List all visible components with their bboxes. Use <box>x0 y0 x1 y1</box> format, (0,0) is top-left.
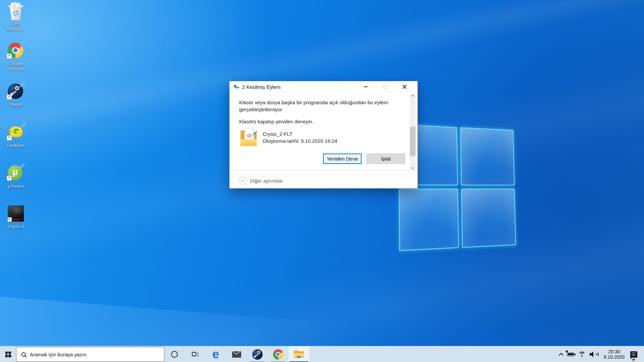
desktop-icon-label: DuckDns <box>0 143 32 148</box>
retry-button[interactable]: Yeniden Dene <box>323 154 362 164</box>
search-icon <box>21 352 26 357</box>
file-name: Crysis_2-FLT <box>263 131 292 137</box>
clock-date: 9.10.2020 <box>602 354 626 360</box>
desktop-icon-label: Steam <box>0 102 32 107</box>
wifi-icon[interactable] <box>578 352 586 357</box>
edge-icon: e <box>212 349 219 360</box>
chevron-down-icon <box>411 166 415 169</box>
cortana-icon <box>171 351 178 358</box>
desktop-icon-duckdns[interactable]: DuckDns <box>0 123 32 148</box>
windows-start-icon <box>5 352 11 357</box>
dialog-footer: Diğer ayrıntılar <box>229 171 418 188</box>
start-button[interactable] <box>0 346 16 362</box>
chrome-icon <box>8 43 24 60</box>
shortcut-arrow-icon <box>8 217 12 222</box>
scroll-up-button[interactable] <box>410 93 416 99</box>
compressed-icon <box>17 163 25 171</box>
more-details-link[interactable]: Diğer ayrıntılar <box>250 178 283 184</box>
maximize-icon <box>383 85 387 88</box>
battery-charging-icon[interactable] <box>567 353 574 356</box>
desktop-icon-label: µTorrent <box>0 184 32 189</box>
maximize-button[interactable] <box>375 81 395 93</box>
desktop-icon-utorrent[interactable]: µTorrent <box>0 164 32 189</box>
wallpaper-light-beam <box>0 175 644 362</box>
compressed-icon <box>18 41 26 49</box>
recycle-bin-icon <box>8 3 24 20</box>
scrollbar-thumb[interactable] <box>410 127 416 156</box>
expand-details-button[interactable] <box>239 177 247 185</box>
duckdns-icon <box>8 124 24 142</box>
chevron-down-icon <box>241 179 245 182</box>
desktop-wallpaper: GeriDönüşü... GoogleChrome Steam <box>0 0 644 362</box>
chrome-icon <box>273 349 283 360</box>
desktop-icon-recycle-bin[interactable]: GeriDönüşü... <box>0 3 32 32</box>
shortcut-arrow-icon <box>7 176 12 181</box>
scroll-down-button[interactable] <box>410 165 416 170</box>
steam-icon <box>252 349 263 360</box>
minimize-icon <box>364 86 368 87</box>
file-operation-dialog: 2 Kesilmiş Eylem Klasör veya dosya başka… <box>229 81 418 188</box>
close-icon <box>402 84 407 89</box>
taskbar-app-file-explorer[interactable] <box>288 346 309 362</box>
system-tray: 20:30 9.10.2020 2 <box>557 346 644 362</box>
windows-logo-pane <box>399 189 459 251</box>
dialog-scrollbar[interactable] <box>410 93 416 170</box>
windows-logo-pane <box>460 127 515 185</box>
hidden-icons-chevron[interactable] <box>559 353 564 358</box>
desktop-icon-label: GeriDönüşü... <box>0 21 32 32</box>
task-view-button[interactable] <box>185 346 205 362</box>
clock-time: 20:30 <box>602 349 626 354</box>
steam-icon <box>8 83 24 101</box>
task-view-icon <box>192 351 199 357</box>
dialog-message-secondary: Klasörü kapatıp yeniden deneyin. <box>239 119 314 124</box>
file-created-date: Oluşturma tarihi: 9.10.2020 16:24 <box>263 138 337 144</box>
folder-icon <box>240 127 258 147</box>
taskbar-search-box[interactable] <box>16 347 164 362</box>
shortcut-arrow-icon <box>7 95 12 100</box>
taskbar-clock[interactable]: 20:30 9.10.2020 <box>602 349 626 360</box>
compressed-icon <box>251 130 258 137</box>
dialog-message-primary: Klasör veya dosya başka bir programda aç… <box>239 99 400 113</box>
shortcut-arrow-icon <box>7 135 12 140</box>
chevron-up-icon <box>411 95 415 98</box>
dialog-titlebar[interactable]: 2 Kesilmiş Eylem <box>229 81 418 93</box>
taskbar-app-mail[interactable] <box>226 346 247 362</box>
cancel-button[interactable]: İptal <box>367 154 405 164</box>
taskbar-app-steam[interactable] <box>247 346 268 362</box>
taskbar-app-chrome[interactable] <box>268 346 288 362</box>
search-input[interactable] <box>30 352 157 357</box>
file-explorer-icon <box>294 350 304 358</box>
minimize-button[interactable] <box>356 81 375 93</box>
desktop-icon-google-chrome[interactable]: GoogleChrome <box>0 42 32 72</box>
desktop-icon-steam[interactable]: Steam <box>0 82 32 107</box>
desktop-icon-label: GoogleChrome <box>0 61 32 72</box>
taskbar-app-edge[interactable]: e <box>205 346 226 362</box>
taskbar: e 20:30 9.10.2020 <box>0 346 644 362</box>
file-operation-icon <box>234 84 239 90</box>
desktop-icon-label: Crysis 3 <box>0 224 32 229</box>
desktop-icon-crysis-3[interactable]: crysis 3 Crysis 3 <box>0 205 32 229</box>
windows-logo-pane <box>461 189 516 248</box>
mail-icon <box>232 351 241 358</box>
volume-icon[interactable] <box>590 351 598 357</box>
utorrent-icon <box>8 165 24 183</box>
dialog-title: 2 Kesilmiş Eylem <box>242 84 280 90</box>
close-button[interactable] <box>395 81 414 93</box>
notification-badge: 2 <box>632 359 636 360</box>
shortcut-arrow-icon <box>7 54 12 59</box>
action-center-button[interactable]: 2 <box>630 351 637 358</box>
cortana-button[interactable] <box>164 346 184 362</box>
crysis-3-icon: crysis 3 <box>8 205 24 223</box>
